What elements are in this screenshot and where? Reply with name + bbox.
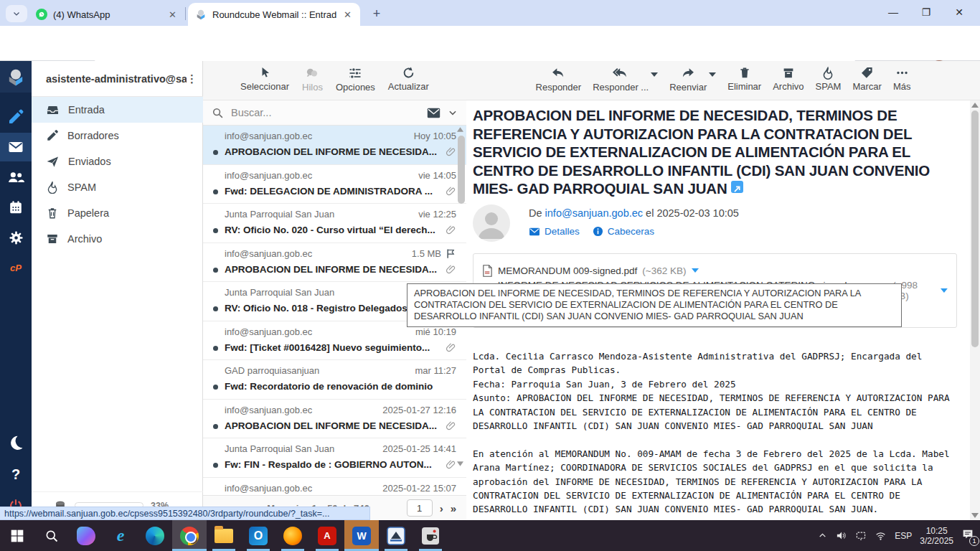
- edge-icon[interactable]: [138, 520, 172, 551]
- wifi-icon[interactable]: [875, 531, 887, 541]
- scroll-down-icon[interactable]: [971, 513, 979, 518]
- message-row[interactable]: Junta Parroquial San Juan vie 12:25 RV: …: [203, 204, 466, 243]
- options-button[interactable]: Opciones: [336, 66, 375, 93]
- select-button[interactable]: Seleccionar: [240, 66, 289, 92]
- scroll-thumb[interactable]: [971, 110, 979, 347]
- sender-avatar: [473, 204, 510, 242]
- sender-email-link[interactable]: info@sanjuan.gob.ec: [545, 207, 643, 219]
- external-link-icon[interactable]: [731, 181, 743, 193]
- attachment-row[interactable]: MEMORANDUM 009-signed.pdf (~362 KB): [482, 260, 948, 281]
- reply-all-button[interactable]: Responder ...: [593, 66, 649, 93]
- threads-button[interactable]: Hilos: [302, 66, 323, 93]
- message-sender: Junta Parroquial San Juan: [225, 443, 378, 454]
- reader-scrollbar[interactable]: [970, 100, 980, 520]
- forward-caret-icon[interactable]: [709, 72, 716, 77]
- cast-icon[interactable]: [855, 530, 867, 541]
- tray-chevron-icon[interactable]: [818, 531, 827, 540]
- tab-close-icon[interactable]: ✕: [342, 9, 353, 20]
- folder-entrada[interactable]: Entrada: [32, 97, 203, 123]
- delete-button[interactable]: Eliminar: [727, 66, 761, 92]
- scroll-up-icon[interactable]: [971, 103, 979, 108]
- folder-borradores[interactable]: Borradores: [32, 123, 203, 149]
- file-explorer-icon[interactable]: [207, 520, 241, 551]
- message-row[interactable]: info@sanjuan.gob.ec 2025-01-27 12:16 APR…: [203, 400, 466, 439]
- scanner-app-icon[interactable]: [379, 520, 413, 551]
- outlook-icon[interactable]: O: [241, 520, 275, 551]
- scroll-thumb[interactable]: [458, 136, 465, 204]
- message-date: vie 14:05: [418, 170, 456, 181]
- folder-enviados[interactable]: Enviados: [32, 149, 203, 174]
- message-sender: info@sanjuan.gob.ec: [225, 170, 414, 181]
- reply-all-caret-icon[interactable]: [651, 72, 658, 77]
- details-toggle[interactable]: Detalles: [529, 226, 580, 237]
- attachment-size: (~362 KB): [642, 265, 686, 276]
- acrobat-icon[interactable]: A: [310, 520, 344, 551]
- settings-nav-button[interactable]: [0, 223, 32, 252]
- headers-toggle[interactable]: Cabeceras: [593, 226, 654, 237]
- minimize-button[interactable]: —: [877, 0, 910, 24]
- folder-papelera[interactable]: Papelera: [32, 200, 203, 226]
- tab-close-icon[interactable]: ✕: [167, 9, 178, 20]
- contacts-nav-button[interactable]: [0, 163, 32, 192]
- help-button[interactable]: ?: [0, 460, 32, 489]
- close-button[interactable]: ✕: [943, 0, 976, 24]
- page-number-input[interactable]: [407, 499, 433, 517]
- more-button[interactable]: Más: [893, 66, 911, 92]
- internet-explorer-icon[interactable]: e: [103, 520, 138, 551]
- notification-center-icon[interactable]: 1: [961, 528, 974, 543]
- java-app-icon[interactable]: [413, 520, 448, 551]
- cpanel-icon[interactable]: cP: [0, 253, 32, 282]
- mail-nav-button[interactable]: [0, 133, 32, 161]
- word-icon[interactable]: W: [344, 520, 379, 551]
- message-row[interactable]: GAD parroquiasanjuan mar 11:27 Fwd: Reco…: [203, 360, 466, 400]
- start-button[interactable]: [0, 520, 34, 551]
- app-rail: cP ?: [0, 61, 32, 520]
- reply-button[interactable]: Responder: [536, 66, 582, 93]
- account-menu-icon[interactable]: ⋮: [187, 72, 197, 85]
- volume-icon[interactable]: [835, 530, 847, 541]
- spam-button[interactable]: SPAM: [816, 66, 842, 92]
- compose-button[interactable]: [0, 103, 32, 131]
- message-subject: Fwd: Recordatorio de renovación de domin…: [225, 381, 456, 392]
- taskbar-clock[interactable]: 10:253/2/2025: [920, 526, 953, 546]
- roundcube-favicon: [195, 9, 207, 20]
- message-date: vie 12:25: [418, 209, 456, 220]
- folder-spam[interactable]: SPAM: [32, 174, 203, 200]
- firefox-icon[interactable]: [275, 520, 310, 551]
- maximize-button[interactable]: ❐: [910, 0, 943, 24]
- scroll-up-icon[interactable]: [457, 127, 463, 132]
- refresh-button[interactable]: Actualizar: [388, 66, 429, 92]
- search-options-chevron-icon[interactable]: [448, 108, 458, 118]
- dark-mode-toggle[interactable]: [0, 428, 32, 457]
- last-page-icon[interactable]: »: [451, 502, 456, 514]
- calendar-nav-button[interactable]: [0, 193, 32, 222]
- tab-roundcube[interactable]: Roundcube Webmail :: Entrada ✕: [188, 3, 360, 26]
- message-sender: Junta Parroquial San Juan: [225, 209, 414, 220]
- attachment-menu-caret-icon[interactable]: [692, 268, 699, 273]
- taskbar-search-button[interactable]: [34, 520, 69, 551]
- message-row[interactable]: Junta Parroquial San Juan 2025-01-25 14:…: [203, 438, 466, 478]
- message-row[interactable]: info@sanjuan.gob.ec 2025-01-22 15:07: [203, 478, 466, 496]
- copilot-icon[interactable]: [69, 520, 103, 551]
- tab-search-button[interactable]: [6, 5, 27, 22]
- folder-archivo[interactable]: Archivo: [32, 226, 203, 252]
- archive-button[interactable]: Archivo: [773, 66, 804, 92]
- message-row[interactable]: info@sanjuan.gob.ec vie 14:05 Fwd: DELEG…: [203, 165, 466, 204]
- scroll-down-icon[interactable]: [457, 461, 463, 466]
- language-indicator[interactable]: ESP: [895, 531, 912, 541]
- next-page-icon[interactable]: ›: [440, 502, 443, 514]
- tab-whatsapp[interactable]: (4) WhatsApp ✕: [29, 3, 185, 26]
- forward-button[interactable]: Reenviar: [669, 66, 707, 93]
- message-row[interactable]: info@sanjuan.gob.ec 1.5 MB APROBACION DE…: [203, 243, 466, 283]
- mark-button[interactable]: Marcar: [852, 66, 881, 92]
- search-scope-mail-icon[interactable]: [427, 108, 440, 118]
- chrome-icon[interactable]: G: [172, 520, 207, 551]
- account-name: asistente-administrativo@sa...: [46, 73, 187, 85]
- search-input[interactable]: [231, 107, 420, 118]
- paperclip-icon: [446, 225, 456, 235]
- attachment-menu-caret-icon[interactable]: [941, 288, 948, 293]
- message-date: Hoy 10:05: [414, 131, 456, 141]
- pointer-icon: [258, 66, 272, 80]
- message-row[interactable]: info@sanjuan.gob.ec Hoy 10:05 APROBACION…: [203, 126, 466, 165]
- new-tab-button[interactable]: +: [369, 6, 385, 22]
